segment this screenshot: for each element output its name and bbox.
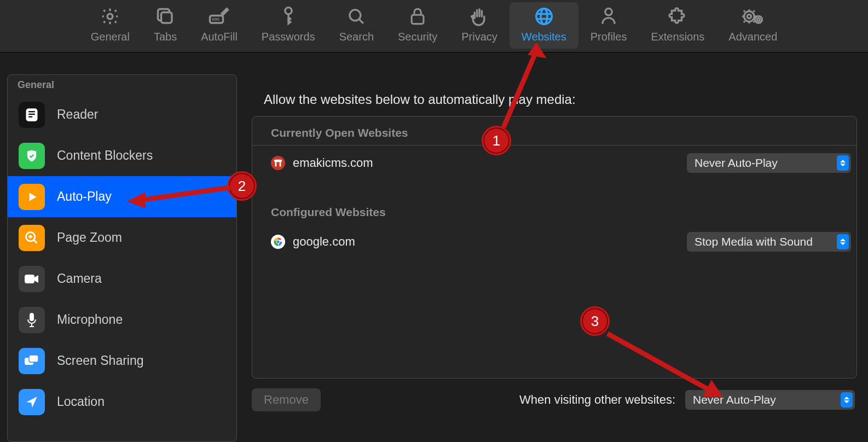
gear-icon	[100, 5, 120, 27]
microphone-icon	[19, 307, 45, 333]
sidebar-item-label: Location	[57, 394, 105, 409]
svg-rect-27	[280, 162, 281, 166]
hand-icon	[471, 5, 488, 27]
settings-sidebar: General Reader Content Blockers Auto-Pla…	[7, 74, 237, 442]
svg-marker-34	[128, 193, 145, 208]
tab-extensions-label: Extensions	[651, 31, 704, 43]
tab-security[interactable]: Security	[386, 2, 449, 49]
sidebar-item-screen-sharing[interactable]: Screen Sharing	[8, 340, 236, 381]
svg-line-31	[504, 51, 536, 127]
svg-point-9	[536, 9, 552, 25]
sidebar-item-microphone[interactable]: Microphone	[8, 299, 236, 340]
puzzle-icon	[668, 5, 687, 27]
sidebar-item-label: Page Zoom	[57, 230, 122, 245]
tab-security-label: Security	[398, 31, 437, 43]
select-value: Never Auto-Play	[695, 156, 778, 169]
svg-rect-8	[412, 15, 424, 24]
svg-rect-18	[28, 113, 35, 114]
site-row[interactable]: google.com Stop Media with Sound	[252, 224, 857, 259]
tab-extensions[interactable]: Extensions	[639, 2, 716, 49]
tab-profiles-label: Profiles	[591, 31, 627, 43]
play-icon	[19, 184, 45, 210]
annotation-arrow-1	[498, 43, 542, 133]
stacked-windows-icon	[155, 5, 175, 27]
tab-general[interactable]: General	[79, 2, 142, 49]
tab-tabs[interactable]: Tabs	[142, 2, 189, 49]
svg-point-5	[218, 19, 219, 20]
svg-rect-22	[30, 313, 34, 321]
svg-point-3	[213, 19, 214, 20]
sidebar-item-reader[interactable]: Reader	[8, 94, 236, 135]
site-domain: google.com	[293, 235, 355, 249]
preferences-toolbar: General Tabs AutoFill Passwords Search S…	[0, 0, 868, 53]
svg-point-13	[744, 11, 754, 22]
tab-privacy-label: Privacy	[461, 31, 497, 43]
gears-icon	[742, 5, 764, 27]
tab-autofill[interactable]: AutoFill	[189, 2, 250, 49]
tab-general-label: General	[91, 31, 130, 43]
tab-search[interactable]: Search	[327, 2, 386, 49]
pencil-field-icon	[208, 5, 230, 27]
section-configured: Configured Websites	[252, 196, 857, 224]
sidebar-item-label: Content Blockers	[57, 148, 153, 163]
main-panel: Allow the websites below to automaticall…	[252, 74, 857, 442]
shield-check-icon	[19, 143, 45, 169]
svg-rect-26	[275, 162, 277, 166]
tab-websites[interactable]: Websites	[510, 2, 578, 49]
svg-point-6	[285, 8, 292, 14]
svg-point-30	[277, 241, 280, 243]
svg-rect-1	[161, 13, 172, 24]
svg-rect-21	[25, 275, 34, 283]
svg-point-0	[108, 14, 113, 19]
svg-point-15	[755, 16, 762, 23]
tab-profiles[interactable]: Profiles	[578, 2, 639, 49]
svg-rect-19	[28, 116, 32, 117]
location-arrow-icon	[19, 389, 45, 415]
site-row[interactable]: emakicms.com Never Auto-Play	[252, 146, 857, 181]
reader-icon	[19, 102, 45, 128]
magnifier-icon	[347, 5, 366, 27]
tab-tabs-label: Tabs	[154, 31, 177, 43]
chevron-up-down-icon	[837, 155, 849, 171]
tab-advanced[interactable]: Advanced	[716, 2, 789, 49]
site-favicon	[271, 235, 285, 249]
remove-label: Remove	[264, 393, 309, 406]
sidebar-item-label: Reader	[57, 107, 98, 122]
section-currently-open: Currently Open Websites	[252, 117, 857, 146]
svg-rect-24	[29, 355, 38, 362]
site-domain: emakicms.com	[293, 156, 373, 170]
tab-privacy[interactable]: Privacy	[449, 2, 510, 49]
site-favicon	[271, 156, 285, 170]
zoom-in-icon	[19, 225, 45, 251]
camera-icon	[19, 266, 45, 292]
sidebar-item-content-blockers[interactable]: Content Blockers	[8, 135, 236, 176]
remove-button[interactable]: Remove	[252, 388, 321, 411]
tab-advanced-label: Advanced	[728, 31, 777, 43]
annotation-arrow-2	[123, 181, 238, 208]
tab-search-label: Search	[339, 31, 374, 43]
sidebar-item-label: Auto-Play	[57, 189, 112, 204]
annotation-arrow-3	[602, 328, 733, 405]
svg-point-7	[350, 10, 361, 21]
tab-websites-label: Websites	[522, 31, 566, 43]
svg-line-33	[140, 188, 230, 200]
svg-line-35	[607, 334, 711, 391]
globe-icon	[534, 5, 554, 27]
sidebar-item-location[interactable]: Location	[8, 381, 236, 422]
sidebar-item-page-zoom[interactable]: Page Zoom	[8, 217, 236, 258]
tab-autofill-label: AutoFill	[201, 31, 238, 43]
websites-list: Currently Open Websites emakicms.com Nev…	[252, 116, 857, 379]
lock-icon	[409, 5, 426, 27]
sidebar-item-label: Screen Sharing	[57, 353, 144, 368]
sidebar-item-camera[interactable]: Camera	[8, 258, 236, 299]
svg-point-14	[757, 18, 760, 21]
key-icon	[280, 5, 297, 27]
site-setting-select[interactable]: Never Auto-Play	[687, 153, 851, 173]
screens-icon	[19, 348, 45, 374]
select-value: Stop Media with Sound	[695, 235, 813, 248]
svg-point-12	[747, 14, 751, 18]
site-setting-select[interactable]: Stop Media with Sound	[687, 232, 851, 252]
tab-passwords[interactable]: Passwords	[250, 2, 327, 49]
svg-point-11	[605, 8, 612, 15]
chevron-up-down-icon	[841, 392, 853, 408]
